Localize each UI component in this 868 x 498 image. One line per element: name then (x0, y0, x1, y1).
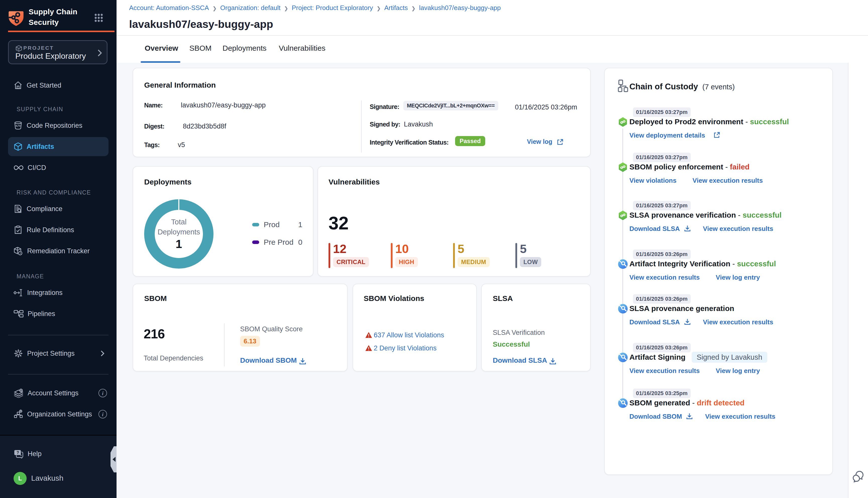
svg-text:?: ? (16, 450, 19, 455)
